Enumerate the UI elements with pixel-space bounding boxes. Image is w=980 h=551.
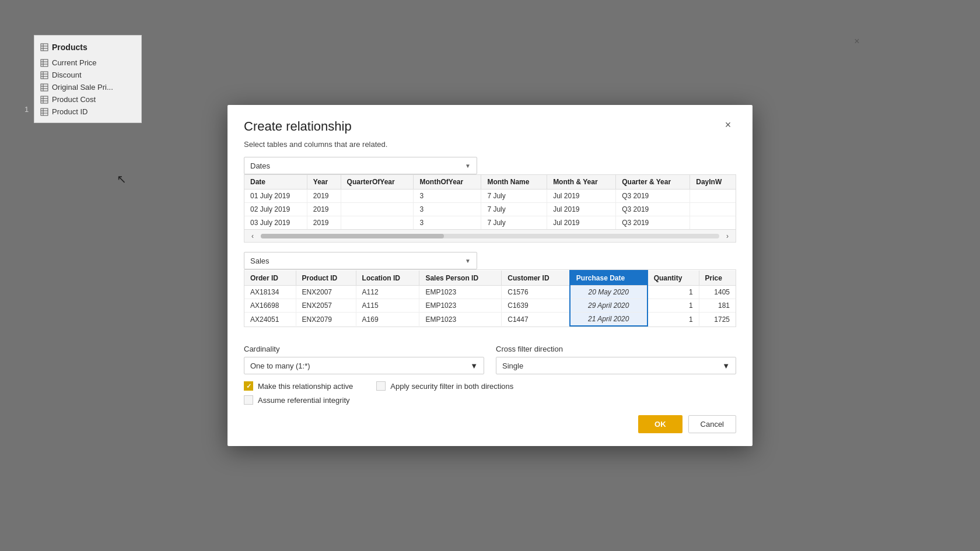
referential-integrity-checkbox-item[interactable]: Assume referential integrity — [244, 395, 353, 405]
cell-locationid-3: A169 — [356, 313, 419, 327]
crossfilter-label: Cross filter direction — [496, 345, 736, 353]
cell-diw-1 — [690, 189, 736, 203]
cell-date-2: 02 July 2019 — [244, 203, 307, 216]
col-header-productid[interactable]: Product ID — [296, 271, 356, 286]
checkbox-section: Make this relationship active Assume ref… — [228, 374, 752, 405]
bottom-table-dropdown-label: Sales — [250, 257, 270, 265]
relationship-settings: Cardinality One to many (1:*) ▼ Cross fi… — [228, 336, 752, 374]
dialog-subtitle: Select tables and columns that are relat… — [228, 138, 752, 157]
col-header-monthofyear[interactable]: MonthOfYear — [414, 175, 481, 189]
cell-qay-1: Q3 2019 — [616, 189, 690, 203]
table-row: 01 July 2019 2019 3 7 July Jul 2019 Q3 2… — [244, 189, 736, 203]
cell-may-3: Jul 2019 — [547, 216, 616, 230]
cell-salespersonid-3: EMP1023 — [419, 313, 502, 327]
top-table-section: Dates ▼ Date Year QuarterOfYear MonthOfY… — [244, 157, 736, 243]
col-header-monthandyear[interactable]: Month & Year — [547, 175, 616, 189]
dialog-header: Create relationship × — [228, 105, 752, 138]
table-row: AX18134 ENX2007 A112 EMP1023 C1576 20 Ma… — [244, 286, 736, 299]
dialog-overlay: Create relationship × Select tables and … — [0, 0, 980, 551]
col-header-quarterandyear[interactable]: Quarter & Year — [616, 175, 690, 189]
referential-integrity-label: Assume referential integrity — [258, 396, 350, 405]
cell-mn-1: 7 July — [481, 189, 547, 203]
dialog-body: Dates ▼ Date Year QuarterOfYear MonthOfY… — [228, 157, 752, 336]
crossfilter-chevron: ▼ — [722, 362, 730, 370]
col-header-price[interactable]: Price — [699, 271, 736, 286]
cell-year-3: 2019 — [307, 216, 341, 230]
security-filter-label: Apply security filter in both directions — [390, 382, 513, 391]
cell-customerid-3: C1447 — [502, 313, 570, 327]
cell-salespersonid-1: EMP1023 — [419, 286, 502, 299]
crossfilter-select[interactable]: Single ▼ — [496, 357, 736, 374]
cell-qay-2: Q3 2019 — [616, 203, 690, 216]
cell-price-2: 181 — [699, 299, 736, 313]
checkbox-col-right: Apply security filter in both directions — [376, 381, 513, 405]
cell-diw-3 — [690, 216, 736, 230]
cell-quantity-2: 1 — [648, 299, 699, 313]
cancel-button[interactable]: Cancel — [688, 415, 736, 433]
ok-button[interactable]: OK — [638, 415, 682, 433]
table-row: AX16698 ENX2057 A115 EMP1023 C1639 29 Ap… — [244, 299, 736, 313]
dialog-close-button[interactable]: × — [720, 117, 736, 133]
make-active-label: Make this relationship active — [258, 382, 353, 391]
cell-moy-3: 3 — [414, 216, 481, 230]
dates-table: Date Year QuarterOfYear MonthOfYear Mont… — [244, 175, 736, 229]
cell-qoy-2 — [341, 203, 414, 216]
col-header-year[interactable]: Year — [307, 175, 341, 189]
cell-qay-3: Q3 2019 — [616, 216, 690, 230]
cell-diw-2 — [690, 203, 736, 216]
cell-mn-3: 7 July — [481, 216, 547, 230]
cell-price-3: 1725 — [699, 313, 736, 327]
cell-orderid-2: AX16698 — [244, 299, 296, 313]
cardinality-group: Cardinality One to many (1:*) ▼ — [244, 345, 484, 374]
bottom-table-dropdown[interactable]: Sales ▼ — [244, 252, 477, 269]
cell-mn-2: 7 July — [481, 203, 547, 216]
bottom-table-dropdown-chevron: ▼ — [465, 258, 471, 264]
top-table-dropdown-label: Dates — [250, 162, 270, 170]
cell-price-1: 1405 — [699, 286, 736, 299]
col-header-purchasedate[interactable]: Purchase Date — [570, 271, 648, 286]
cell-quantity-1: 1 — [648, 286, 699, 299]
sales-table: Order ID Product ID Location ID Sales Pe… — [244, 270, 736, 327]
col-header-orderid[interactable]: Order ID — [244, 271, 296, 286]
col-header-date[interactable]: Date — [244, 175, 307, 189]
cell-salespersonid-2: EMP1023 — [419, 299, 502, 313]
col-header-quantity[interactable]: Quantity — [648, 271, 699, 286]
col-header-quarterofyear[interactable]: QuarterOfYear — [341, 175, 414, 189]
col-header-salespersonid[interactable]: Sales Person ID — [419, 271, 502, 286]
cell-orderid-1: AX18134 — [244, 286, 296, 299]
cell-customerid-2: C1639 — [502, 299, 570, 313]
cell-productid-3: ENX2079 — [296, 313, 356, 327]
checkbox-col-left: Make this relationship active Assume ref… — [244, 381, 353, 405]
cell-year-2: 2019 — [307, 203, 341, 216]
make-active-checkbox-item[interactable]: Make this relationship active — [244, 381, 353, 391]
cell-moy-1: 3 — [414, 189, 481, 203]
security-filter-checkbox-item[interactable]: Apply security filter in both directions — [376, 381, 513, 391]
table-row: 03 July 2019 2019 3 7 July Jul 2019 Q3 2… — [244, 216, 736, 230]
cell-productid-2: ENX2057 — [296, 299, 356, 313]
cardinality-label: Cardinality — [244, 345, 484, 353]
top-table-dropdown[interactable]: Dates ▼ — [244, 157, 477, 174]
dialog-footer: OK Cancel — [228, 405, 752, 446]
col-header-dayinw[interactable]: DayInW — [690, 175, 736, 189]
cell-qoy-3 — [341, 216, 414, 230]
scroll-left-btn[interactable]: ‹ — [247, 230, 258, 242]
cardinality-select[interactable]: One to many (1:*) ▼ — [244, 357, 484, 374]
cell-qoy-1 — [341, 189, 414, 203]
scroll-track — [261, 234, 719, 238]
col-header-monthname[interactable]: Month Name — [481, 175, 547, 189]
cell-purchasedate-2: 29 April 2020 — [570, 299, 648, 313]
table-row: AX24051 ENX2079 A169 EMP1023 C1447 21 Ap… — [244, 313, 736, 327]
make-active-checkbox[interactable] — [244, 381, 253, 391]
cardinality-value: One to many (1:*) — [250, 362, 310, 370]
bottom-table-section: Sales ▼ Order ID Product ID Location ID … — [244, 252, 736, 327]
security-filter-checkbox[interactable] — [376, 381, 386, 391]
scroll-right-btn[interactable]: › — [722, 230, 733, 242]
cell-quantity-3: 1 — [648, 313, 699, 327]
col-header-customerid[interactable]: Customer ID — [502, 271, 570, 286]
top-table-scrollbar[interactable]: ‹ › — [244, 229, 736, 242]
col-header-locationid[interactable]: Location ID — [356, 271, 419, 286]
referential-integrity-checkbox[interactable] — [244, 395, 253, 405]
cell-moy-2: 3 — [414, 203, 481, 216]
dialog-title: Create relationship — [244, 119, 352, 134]
crossfilter-value: Single — [502, 362, 523, 370]
